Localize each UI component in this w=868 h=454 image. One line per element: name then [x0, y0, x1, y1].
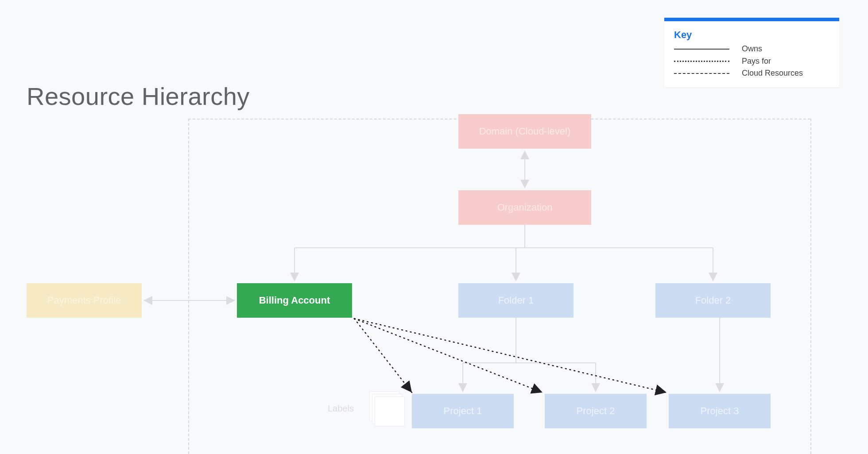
cloud-resources-frame-right	[810, 119, 811, 454]
legend-row-cloud: Cloud Resources	[674, 69, 829, 78]
legend-panel: Key Owns Pays for Cloud Resources	[664, 18, 839, 87]
node-project-3: Project 3	[669, 394, 771, 428]
page-title: Resource Hierarchy	[27, 82, 250, 111]
node-project3-label: Project 3	[701, 405, 739, 417]
legend-label-owns: Owns	[742, 44, 762, 54]
connector-billing-project1	[354, 319, 412, 392]
labels-stack-icon	[369, 391, 404, 426]
node-billing-account: Billing Account	[237, 283, 352, 318]
cloud-resources-frame-left	[188, 119, 189, 454]
node-project-1: Project 1	[412, 394, 514, 428]
node-domain-label: Domain (Cloud-level)	[479, 126, 571, 137]
node-folder1-label: Folder 1	[498, 295, 534, 306]
legend-label-cloud: Cloud Resources	[742, 69, 803, 78]
labels-caption: Labels	[328, 404, 354, 414]
node-billing-label: Billing Account	[259, 295, 330, 306]
connector-billing-project3	[354, 319, 666, 392]
node-project1-label: Project 1	[444, 405, 482, 417]
legend-row-paysfor: Pays for	[674, 57, 829, 66]
line-dashed-icon	[674, 73, 729, 74]
line-dotted-icon	[674, 61, 729, 62]
node-payments-profile: Payments Profile	[27, 283, 142, 318]
node-domain: Domain (Cloud-level)	[458, 114, 591, 149]
node-payments-label: Payments Profile	[47, 295, 121, 306]
legend-label-paysfor: Pays for	[742, 57, 771, 66]
node-project2-label: Project 2	[577, 405, 615, 417]
connector-billing-project2	[354, 319, 542, 392]
node-folder-1: Folder 1	[458, 283, 574, 318]
node-folder2-label: Folder 2	[695, 295, 731, 306]
legend-heading: Key	[674, 29, 829, 41]
line-solid-icon	[674, 49, 729, 50]
legend-row-owns: Owns	[674, 44, 829, 54]
node-organization: Organization	[458, 190, 591, 225]
node-folder-2: Folder 2	[655, 283, 771, 318]
node-project-2: Project 2	[545, 394, 647, 428]
node-organization-label: Organization	[497, 202, 553, 213]
